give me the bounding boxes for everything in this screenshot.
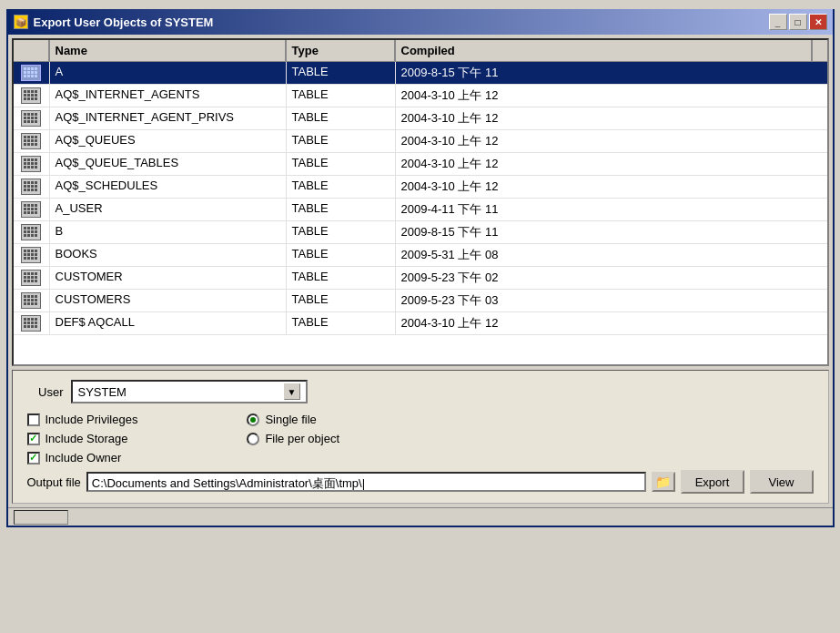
view-button[interactable]: View [750, 470, 814, 494]
table-row[interactable]: CUSTOMERTABLE2009-5-23 下午 02 [14, 267, 827, 290]
output-file-input[interactable]: C:\Documents and Settings\Administrator\… [86, 472, 646, 492]
table-icon [21, 224, 41, 240]
table-row[interactable]: DEF$ AQCALLTABLE2004-3-10 上午 12 [14, 312, 827, 335]
table-row[interactable]: AQ$_SCHEDULESTABLE2004-3-10 上午 12 [14, 176, 827, 199]
options-area: Include Privileges Include Storage Inclu… [27, 413, 814, 465]
icon-pixel [31, 250, 34, 252]
icon-pixel [35, 162, 37, 165]
icon-pixel [31, 162, 34, 165]
row-name: AQ$_QUEUE_TABLES [50, 153, 287, 175]
icon-pixel [31, 211, 34, 214]
window-title: Export User Objects of SYSTEM [34, 15, 214, 29]
icon-pixel [35, 158, 37, 161]
row-compiled: 2009-8-15 下午 11 [396, 221, 827, 243]
row-type: TABLE [287, 107, 396, 129]
icon-pixel [35, 139, 37, 142]
icon-pixel [35, 71, 37, 74]
icon-pixel [24, 211, 26, 214]
table-row[interactable]: CUSTOMERSTABLE2009-5-23 下午 03 [14, 290, 827, 312]
include-owner-checkbox[interactable] [27, 452, 40, 465]
file-per-object-row: File per object [247, 432, 339, 445]
table-icon [21, 110, 41, 127]
browse-button[interactable]: 📁 [652, 472, 675, 492]
icon-pixel [35, 117, 37, 119]
icon-pixel [31, 136, 34, 138]
table-row[interactable]: BOOKSTABLE2009-5-31 上午 08 [14, 244, 827, 267]
maximize-button[interactable]: □ [789, 14, 807, 30]
table-row[interactable]: ATABLE2009-8-15 下午 11 [14, 62, 827, 85]
icon-pixel [35, 166, 37, 168]
bottom-panel: User SYSTEM ▼ Include Privileges Include… [12, 370, 829, 504]
icon-pixel [31, 302, 34, 305]
include-storage-row: Include Storage [27, 432, 138, 445]
table-row[interactable]: BTABLE2009-8-15 下午 11 [14, 221, 827, 244]
icon-pixel [31, 325, 34, 328]
table-icon [21, 156, 41, 172]
main-window: 📦 Export User Objects of SYSTEM _ □ ✕ Na… [6, 9, 835, 527]
row-compiled: 2004-3-10 上午 12 [396, 107, 827, 129]
icon-pixel [35, 227, 37, 230]
icon-pixel [35, 272, 37, 275]
row-icon-cell [14, 290, 50, 311]
icon-pixel [35, 211, 37, 214]
icon-pixel [24, 158, 26, 161]
export-button[interactable]: Export [681, 470, 744, 494]
row-name: B [50, 221, 287, 243]
icon-pixel [35, 234, 37, 237]
row-name: A [50, 62, 287, 84]
user-select-dropdown[interactable]: SYSTEM ▼ [71, 380, 308, 403]
table-row[interactable]: AQ$_INTERNET_AGENTSTABLE2004-3-10 上午 12 [14, 85, 827, 107]
folder-icon: 📁 [655, 475, 671, 489]
icon-pixel [35, 208, 37, 210]
icon-pixel [24, 94, 26, 97]
row-type: TABLE [287, 312, 396, 334]
icon-pixel [35, 113, 37, 116]
icon-pixel [31, 67, 34, 70]
status-bar [8, 507, 833, 526]
icon-pixel [24, 71, 26, 74]
row-compiled: 2009-5-31 上午 08 [396, 244, 827, 266]
icon-pixel [27, 280, 30, 282]
icon-pixel [35, 253, 37, 256]
icon-pixel [31, 75, 34, 77]
include-privileges-checkbox[interactable] [27, 413, 40, 426]
icon-pixel [31, 120, 34, 123]
icon-pixel [27, 181, 30, 184]
table-row[interactable]: AQ$_QUEUE_TABLESTABLE2004-3-10 上午 12 [14, 153, 827, 176]
dropdown-arrow[interactable]: ▼ [284, 383, 300, 400]
icon-pixel [27, 318, 30, 321]
minimize-button[interactable]: _ [769, 14, 787, 30]
table-row[interactable]: A_USERTABLE2009-4-11 下午 11 [14, 199, 827, 221]
include-storage-checkbox[interactable] [27, 433, 40, 445]
icon-pixel [27, 189, 30, 191]
file-per-object-radio[interactable] [247, 433, 259, 445]
icon-pixel [24, 204, 26, 207]
window-icon: 📦 [14, 15, 28, 29]
icon-pixel [24, 325, 26, 328]
table-row[interactable]: AQ$_INTERNET_AGENT_PRIVSTABLE2004-3-10 上… [14, 107, 827, 130]
title-bar: 📦 Export User Objects of SYSTEM _ □ ✕ [8, 9, 833, 35]
icon-pixel [31, 143, 34, 146]
icon-pixel [31, 257, 34, 260]
table-icon [21, 270, 41, 286]
table-icon [21, 292, 41, 309]
close-button[interactable]: ✕ [809, 14, 827, 30]
row-name: DEF$ AQCALL [50, 312, 287, 334]
icon-pixel [24, 139, 26, 142]
icon-pixel [27, 139, 30, 142]
objects-table: Name Type Compiled ATABLE2009-8-15 下午 11… [12, 38, 829, 366]
row-compiled: 2004-3-10 上午 12 [396, 130, 827, 152]
icon-pixel [27, 230, 30, 233]
icon-pixel [27, 253, 30, 256]
user-label: User [27, 385, 64, 399]
single-file-radio[interactable] [247, 413, 259, 426]
icon-pixel [24, 189, 26, 191]
action-buttons: Export View [681, 470, 814, 494]
row-type: TABLE [287, 244, 396, 266]
icon-pixel [27, 257, 30, 260]
icon-pixel [35, 299, 37, 301]
icon-pixel [31, 295, 34, 298]
table-row[interactable]: AQ$_QUEUESTABLE2004-3-10 上午 12 [14, 130, 827, 153]
icon-pixel [35, 276, 37, 279]
icon-pixel [24, 227, 26, 230]
